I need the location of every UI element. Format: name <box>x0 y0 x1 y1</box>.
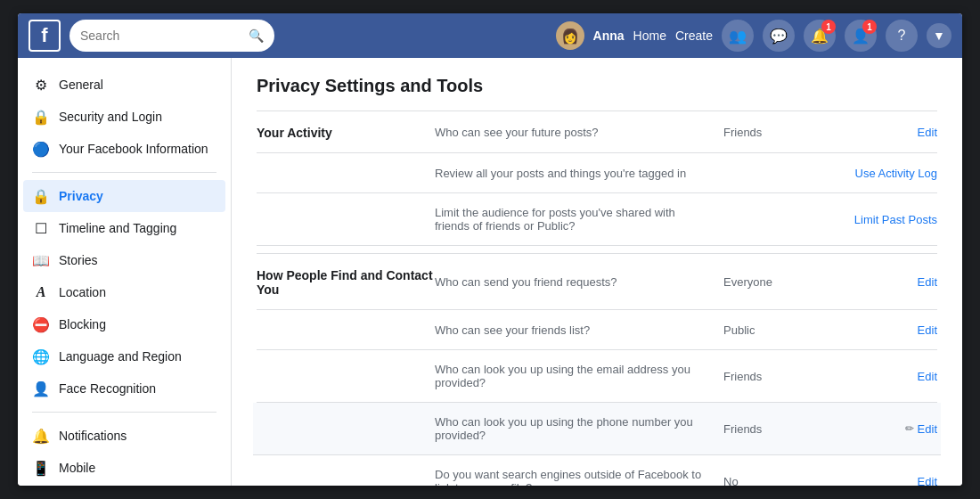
section-label <box>257 363 435 364</box>
row-description: Who can see your future posts? <box>435 126 723 139</box>
edit-link[interactable]: Edit <box>918 370 937 383</box>
sidebar-item-timeline-tagging[interactable]: ☐ Timeline and Tagging <box>18 212 231 244</box>
sidebar-label: Language and Region <box>59 349 182 364</box>
friends-icon-btn[interactable]: 👥 <box>722 20 754 52</box>
row-action: ✏ Edit <box>830 422 937 436</box>
nav-right: 👩 Anna Home Create 👥 💬 🔔 1 👤 1 ? ▼ <box>556 20 951 52</box>
language-icon: 🌐 <box>32 348 50 365</box>
sidebar-label: Privacy <box>59 189 103 203</box>
page-title: Privacy Settings and Tools <box>257 76 937 96</box>
limit-past-posts-link[interactable]: Limit Past Posts <box>854 213 937 226</box>
sidebar-item-location[interactable]: A Location <box>18 276 231 308</box>
row-description: Review all your posts and things you're … <box>435 167 723 180</box>
settings-row-highlighted: Who can look you up using the phone numb… <box>253 403 941 455</box>
face-recognition-icon: 👤 <box>32 380 50 397</box>
search-bar: 🔍 <box>69 20 274 52</box>
friends-icon: 👥 <box>729 28 747 45</box>
row-value: Public <box>723 323 830 337</box>
sidebar-item-public-posts[interactable]: 📋 Public Posts <box>18 484 231 486</box>
settings-row: How People Find and Contact You Who can … <box>257 254 937 310</box>
row-description: Do you want search engines outside of Fa… <box>435 468 723 486</box>
sidebar-label: Notifications <box>59 429 127 443</box>
sidebar-divider-2 <box>32 412 216 413</box>
stories-icon: 📖 <box>32 251 50 269</box>
facebook-logo[interactable]: f <box>29 20 61 52</box>
edit-link[interactable]: Edit <box>918 475 937 486</box>
nav-username: Anna <box>593 29 625 43</box>
section-label <box>257 323 435 324</box>
your-activity-section: Your Activity Who can see your future po… <box>257 110 937 246</box>
pencil-icon: ✏ <box>905 422 914 435</box>
help-icon-btn[interactable]: ? <box>886 20 918 52</box>
row-description: Limit the audience for posts you've shar… <box>435 206 723 233</box>
sidebar-item-privacy[interactable]: 🔒 Privacy <box>23 180 225 212</box>
sidebar-label: Blocking <box>59 317 106 331</box>
row-action: Edit <box>830 323 937 337</box>
nav-home-link[interactable]: Home <box>633 29 666 43</box>
sidebar-item-general[interactable]: ⚙ General <box>18 69 231 101</box>
settings-row: Your Activity Who can see your future po… <box>257 111 937 153</box>
settings-row: Do you want search engines outside of Fa… <box>257 455 937 486</box>
row-value: Everyone <box>723 275 830 289</box>
how-people-find-section: How People Find and Contact You Who can … <box>257 253 937 486</box>
sidebar-label: Your Facebook Information <box>59 142 208 156</box>
sidebar-label: Security and Login <box>59 110 162 124</box>
nav-dropdown-btn[interactable]: ▼ <box>927 23 951 48</box>
sidebar-item-security-login[interactable]: 🔒 Security and Login <box>18 101 231 133</box>
mobile-icon: 📱 <box>32 459 50 477</box>
edit-link[interactable]: Edit <box>918 126 937 139</box>
messenger-icon: 💬 <box>770 28 788 45</box>
location-icon: A <box>32 283 50 301</box>
row-action: Use Activity Log <box>830 166 937 180</box>
row-description: Who can look you up using the email addr… <box>435 363 723 389</box>
sidebar: ⚙ General 🔒 Security and Login 🔵 Your Fa… <box>18 58 232 486</box>
sidebar-label: Face Recognition <box>59 381 156 396</box>
search-input[interactable] <box>80 29 241 43</box>
edit-link[interactable]: Edit <box>918 275 937 289</box>
row-action: Edit <box>830 369 937 383</box>
notifications-sidebar-icon: 🔔 <box>32 427 50 445</box>
friend-requests-badge: 1 <box>862 20 877 34</box>
search-icon: 🔍 <box>249 29 264 43</box>
row-action: Limit Past Posts <box>830 212 937 226</box>
gear-icon: ⚙ <box>32 76 50 94</box>
lock-icon: 🔒 <box>32 108 50 126</box>
row-description: Who can send you friend requests? <box>435 275 723 289</box>
edit-link[interactable]: Edit <box>918 323 937 337</box>
section-label <box>257 166 435 168</box>
sidebar-label: Timeline and Tagging <box>59 221 176 235</box>
help-icon: ? <box>898 28 906 44</box>
sidebar-item-fb-info[interactable]: 🔵 Your Facebook Information <box>18 133 231 165</box>
navbar: f 🔍 👩 Anna Home Create 👥 💬 🔔 1 👤 1 <box>18 13 962 58</box>
section-label: How People Find and Contact You <box>257 266 435 297</box>
timeline-icon: ☐ <box>32 219 50 237</box>
messenger-icon-btn[interactable]: 💬 <box>763 20 795 52</box>
settings-row: Limit the audience for posts you've shar… <box>257 193 937 246</box>
row-value: Friends <box>723 422 830 436</box>
content-area: Privacy Settings and Tools Your Activity… <box>232 58 962 486</box>
row-action: Edit <box>830 474 937 486</box>
section-label <box>257 415 435 417</box>
row-action: Edit <box>830 274 937 289</box>
sidebar-item-language-region[interactable]: 🌐 Language and Region <box>18 340 231 372</box>
sidebar-item-blocking[interactable]: ⛔ Blocking <box>18 308 231 340</box>
row-action: Edit <box>830 125 937 139</box>
sidebar-label: Stories <box>59 253 98 267</box>
section-label <box>257 206 435 208</box>
row-value: Friends <box>723 370 830 383</box>
use-activity-log-link[interactable]: Use Activity Log <box>855 167 938 180</box>
sidebar-item-stories[interactable]: 📖 Stories <box>18 244 231 276</box>
edit-link[interactable]: Edit <box>918 422 937 436</box>
nav-create-link[interactable]: Create <box>675 29 713 43</box>
friend-requests-icon-btn[interactable]: 👤 1 <box>845 20 877 52</box>
sidebar-item-mobile[interactable]: 📱 Mobile <box>18 452 231 484</box>
sidebar-label: Location <box>59 285 106 299</box>
notifications-icon-btn[interactable]: 🔔 1 <box>804 20 836 52</box>
row-value: Friends <box>723 126 830 139</box>
sidebar-label: Mobile <box>59 461 95 475</box>
sidebar-item-face-recognition[interactable]: 👤 Face Recognition <box>18 372 231 405</box>
privacy-icon: 🔒 <box>32 187 50 205</box>
settings-row: Who can see your friends list? Public Ed… <box>257 310 937 350</box>
sidebar-item-notifications[interactable]: 🔔 Notifications <box>18 420 231 452</box>
avatar: 👩 <box>556 21 584 50</box>
